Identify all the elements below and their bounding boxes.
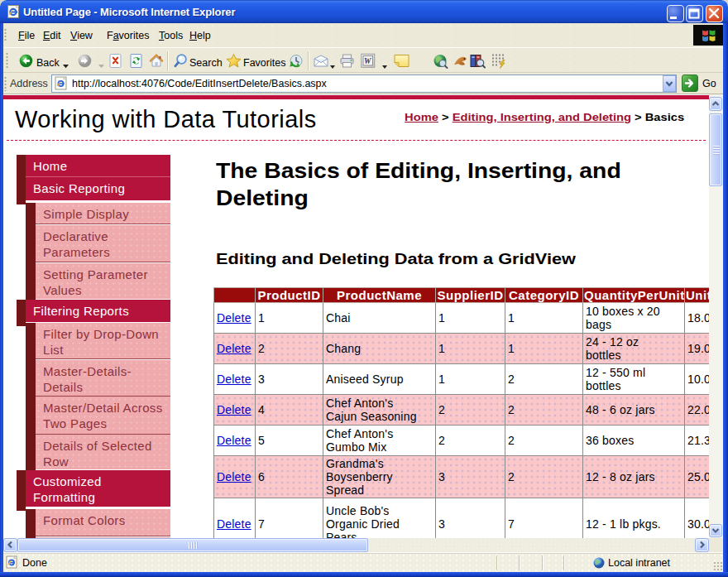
svg-text:W: W [364, 57, 371, 65]
